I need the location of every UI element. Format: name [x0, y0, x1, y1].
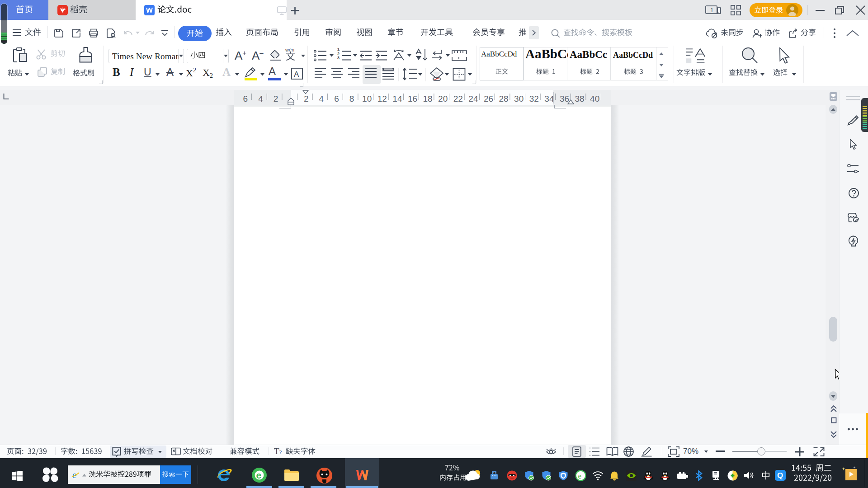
svg-text:Q: Q: [777, 471, 783, 480]
svg-text:e: e: [578, 472, 581, 480]
svg-text:e: e: [256, 470, 262, 480]
svg-text:1: 1: [710, 7, 713, 14]
